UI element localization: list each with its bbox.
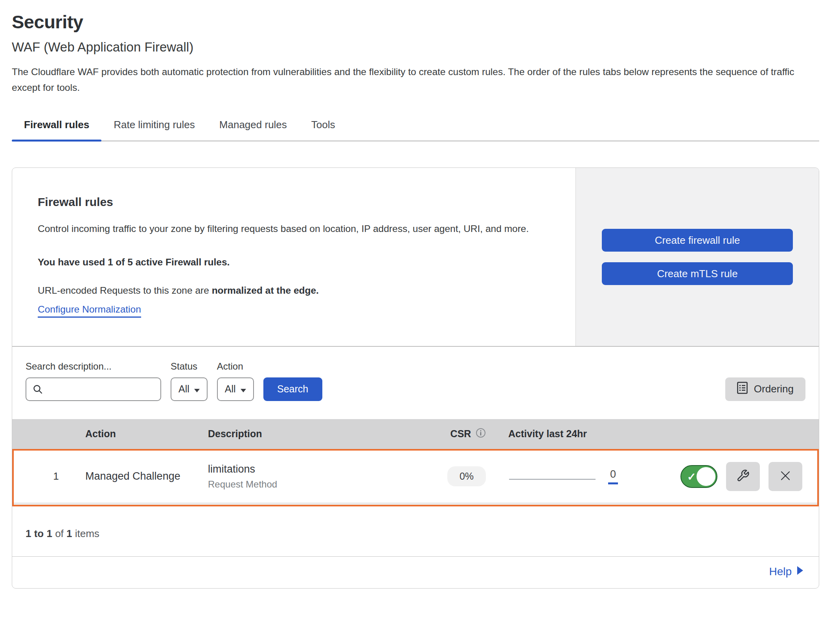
items-range: 1 to 1 (26, 528, 52, 539)
status-selected-value: All (178, 383, 189, 395)
rule-activity-cell: 0 (506, 468, 675, 484)
page-title: Security (12, 11, 819, 33)
pagination-summary: 1 to 1 of 1 items (12, 506, 819, 557)
items-word: items (72, 528, 99, 539)
status-label: Status (171, 361, 208, 372)
tab-tools[interactable]: Tools (299, 113, 347, 140)
action-filter-group: Action All (217, 361, 254, 401)
page-subtitle: WAF (Web Application Firewall) (12, 40, 819, 55)
rule-enabled-toggle[interactable]: ✓ (680, 465, 717, 488)
toggle-knob (697, 467, 715, 486)
firewall-rules-card: Firewall rules Control incoming traffic … (12, 168, 819, 346)
card-description: Control incoming traffic to your zone by… (38, 220, 564, 237)
column-header-action: Action (73, 428, 203, 440)
check-icon: ✓ (687, 471, 696, 483)
rule-action: Managed Challenge (75, 470, 204, 482)
rule-expression-summary: Request Method (208, 479, 427, 490)
wrench-icon (736, 469, 750, 484)
chevron-down-icon (194, 383, 200, 395)
help-link[interactable]: Help (769, 565, 803, 578)
activity-count-link[interactable]: 0 (608, 468, 618, 484)
csr-badge: 0% (447, 466, 486, 486)
status-filter-group: Status All (171, 361, 208, 401)
items-total: 1 (66, 528, 72, 539)
tab-managed-rules[interactable]: Managed rules (207, 113, 299, 140)
rule-description: limitations (208, 463, 427, 475)
ordering-button[interactable]: Ordering (725, 377, 805, 401)
search-group: Search description... (26, 361, 161, 401)
search-icon (33, 384, 43, 396)
help-row: Help (12, 557, 819, 588)
tab-rate-limiting-rules[interactable]: Rate limiting rules (101, 113, 207, 140)
rules-table-header: Action Description CSR Activity last 24h… (12, 419, 819, 449)
configure-normalization-link[interactable]: Configure Normalization (38, 304, 141, 318)
items-of: of (52, 528, 66, 539)
action-selected-value: All (225, 383, 236, 395)
csr-header-label: CSR (450, 428, 471, 440)
ordering-button-label: Ordering (754, 383, 794, 395)
tab-firewall-rules[interactable]: Firewall rules (12, 113, 101, 140)
search-box (26, 377, 161, 401)
usage-summary: You have used 1 of 5 active Firewall rul… (38, 257, 564, 268)
security-waf-page: Security WAF (Web Application Firewall) … (12, 11, 819, 589)
help-link-label: Help (769, 565, 792, 578)
rule-row-highlighted: 1 Managed Challenge limitations Request … (12, 449, 819, 506)
action-label: Action (217, 361, 254, 372)
normalization-note-prefix: URL-encoded Requests to this zone are (38, 285, 212, 296)
normalization-note: URL-encoded Requests to this zone are no… (38, 285, 564, 296)
firewall-rules-card-text: Firewall rules Control incoming traffic … (12, 168, 575, 346)
chevron-down-icon (241, 383, 246, 395)
page-description: The Cloudflare WAF provides both automat… (12, 64, 819, 95)
rule-priority: 1 (14, 470, 75, 482)
rule-csr-cell: 0% (447, 466, 486, 486)
search-input[interactable] (26, 377, 161, 401)
search-button[interactable]: Search (263, 377, 322, 401)
column-header-csr: CSR (450, 428, 486, 440)
list-document-icon (737, 382, 748, 397)
card-actions-panel: Create firewall rule Create mTLS rule (575, 168, 819, 346)
action-select[interactable]: All (217, 377, 254, 401)
rule-row-grid: 1 Managed Challenge limitations Request … (14, 451, 817, 505)
close-icon (780, 470, 791, 482)
create-mtls-rule-button[interactable]: Create mTLS rule (602, 262, 793, 285)
activity-sparkline (509, 479, 596, 480)
info-icon[interactable] (476, 428, 486, 440)
rule-description-cell: limitations Request Method (204, 463, 427, 490)
firewall-rules-panel: Firewall rules Control incoming traffic … (12, 167, 819, 588)
waf-tabs: Firewall rules Rate limiting rules Manag… (12, 113, 819, 142)
search-label: Search description... (26, 361, 161, 372)
arrow-right-icon (797, 565, 803, 578)
status-select[interactable]: All (171, 377, 208, 401)
normalization-note-bold: normalized at the edge. (212, 285, 319, 296)
filter-bar: Search description... Status All Action (12, 347, 819, 419)
column-header-activity: Activity last 24hr (507, 428, 677, 440)
delete-rule-button[interactable] (768, 462, 802, 491)
column-header-description: Description (203, 428, 429, 440)
rule-controls: ✓ (675, 462, 817, 491)
card-title: Firewall rules (38, 195, 564, 209)
create-firewall-rule-button[interactable]: Create firewall rule (602, 229, 793, 252)
edit-rule-button[interactable] (726, 462, 760, 491)
